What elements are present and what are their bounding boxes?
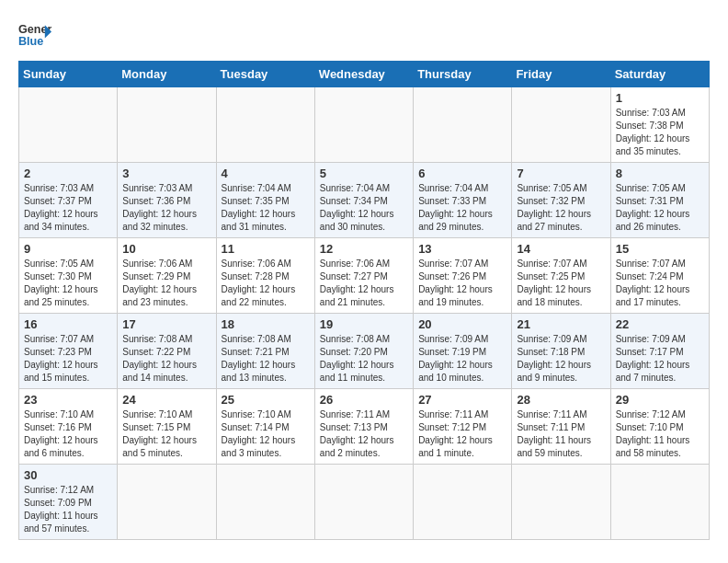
daylight-text: Daylight: 12 hours and 25 minutes. bbox=[24, 284, 98, 307]
day-number: 11 bbox=[222, 242, 310, 256]
calendar-cell bbox=[414, 87, 512, 163]
column-header-tuesday: Tuesday bbox=[216, 62, 314, 87]
sunset-text: Sunset: 7:21 PM bbox=[222, 347, 290, 357]
sunset-text: Sunset: 7:23 PM bbox=[24, 347, 92, 357]
day-number: 29 bbox=[616, 393, 704, 407]
calendar-cell bbox=[118, 465, 216, 540]
calendar-cell bbox=[118, 87, 216, 163]
day-number: 5 bbox=[320, 167, 408, 180]
daylight-text: Daylight: 12 hours and 5 minutes. bbox=[122, 435, 197, 458]
day-info: Sunrise: 7:03 AM Sunset: 7:36 PM Dayligh… bbox=[122, 182, 210, 234]
day-number: 21 bbox=[517, 317, 605, 331]
calendar-cell: 7 Sunrise: 7:05 AM Sunset: 7:32 PM Dayli… bbox=[512, 163, 610, 238]
calendar-cell: 1 Sunrise: 7:03 AM Sunset: 7:38 PM Dayli… bbox=[610, 87, 709, 163]
sunrise-text: Sunrise: 7:07 AM bbox=[616, 259, 686, 269]
calendar-cell: 9 Sunrise: 7:05 AM Sunset: 7:30 PM Dayli… bbox=[19, 238, 118, 314]
daylight-text: Daylight: 12 hours and 34 minutes. bbox=[24, 209, 98, 232]
calendar-week-row: 1 Sunrise: 7:03 AM Sunset: 7:38 PM Dayli… bbox=[19, 87, 710, 163]
day-info: Sunrise: 7:06 AM Sunset: 7:29 PM Dayligh… bbox=[122, 258, 210, 309]
sunrise-text: Sunrise: 7:06 AM bbox=[320, 259, 390, 269]
daylight-text: Daylight: 12 hours and 27 minutes. bbox=[517, 209, 591, 232]
sunrise-text: Sunrise: 7:08 AM bbox=[122, 334, 192, 344]
day-number: 28 bbox=[517, 393, 605, 407]
sunrise-text: Sunrise: 7:12 AM bbox=[24, 485, 94, 495]
sunset-text: Sunset: 7:09 PM bbox=[24, 498, 92, 508]
sunset-text: Sunset: 7:17 PM bbox=[616, 347, 684, 357]
daylight-text: Daylight: 12 hours and 26 minutes. bbox=[616, 209, 690, 232]
day-number: 9 bbox=[24, 242, 112, 256]
day-info: Sunrise: 7:10 AM Sunset: 7:16 PM Dayligh… bbox=[24, 408, 112, 460]
column-header-monday: Monday bbox=[118, 62, 216, 87]
sunset-text: Sunset: 7:24 PM bbox=[616, 271, 684, 282]
logo: General Blue bbox=[18, 18, 51, 52]
sunrise-text: Sunrise: 7:04 AM bbox=[320, 183, 390, 193]
daylight-text: Daylight: 12 hours and 13 minutes. bbox=[222, 360, 296, 383]
day-info: Sunrise: 7:07 AM Sunset: 7:24 PM Dayligh… bbox=[616, 258, 704, 309]
day-info: Sunrise: 7:11 AM Sunset: 7:13 PM Dayligh… bbox=[320, 408, 408, 460]
column-header-saturday: Saturday bbox=[610, 62, 709, 87]
logo-icon: General Blue bbox=[18, 18, 51, 52]
sunset-text: Sunset: 7:29 PM bbox=[122, 271, 190, 282]
calendar-week-row: 16 Sunrise: 7:07 AM Sunset: 7:23 PM Dayl… bbox=[19, 314, 710, 389]
day-info: Sunrise: 7:07 AM Sunset: 7:25 PM Dayligh… bbox=[517, 258, 605, 309]
day-number: 8 bbox=[616, 167, 704, 180]
sunset-text: Sunset: 7:16 PM bbox=[24, 422, 92, 432]
calendar-cell: 20 Sunrise: 7:09 AM Sunset: 7:19 PM Dayl… bbox=[414, 314, 512, 389]
daylight-text: Daylight: 12 hours and 3 minutes. bbox=[222, 435, 296, 458]
column-header-friday: Friday bbox=[512, 62, 610, 87]
sunset-text: Sunset: 7:11 PM bbox=[517, 422, 585, 432]
daylight-text: Daylight: 11 hours and 57 minutes. bbox=[24, 511, 98, 534]
day-info: Sunrise: 7:12 AM Sunset: 7:09 PM Dayligh… bbox=[24, 484, 112, 535]
sunset-text: Sunset: 7:28 PM bbox=[222, 271, 290, 282]
daylight-text: Daylight: 12 hours and 1 minute. bbox=[418, 435, 493, 458]
day-number: 16 bbox=[24, 317, 112, 331]
calendar-cell bbox=[512, 87, 610, 163]
svg-text:Blue: Blue bbox=[18, 35, 43, 48]
day-number: 15 bbox=[616, 242, 704, 256]
calendar-cell bbox=[19, 87, 118, 163]
day-info: Sunrise: 7:05 AM Sunset: 7:30 PM Dayligh… bbox=[24, 258, 112, 309]
sunset-text: Sunset: 7:25 PM bbox=[517, 271, 585, 282]
calendar-cell: 29 Sunrise: 7:12 AM Sunset: 7:10 PM Dayl… bbox=[610, 389, 709, 465]
day-info: Sunrise: 7:11 AM Sunset: 7:12 PM Dayligh… bbox=[418, 408, 506, 460]
daylight-text: Daylight: 12 hours and 15 minutes. bbox=[24, 360, 98, 383]
daylight-text: Daylight: 11 hours and 58 minutes. bbox=[616, 435, 690, 458]
calendar-cell: 26 Sunrise: 7:11 AM Sunset: 7:13 PM Dayl… bbox=[314, 389, 413, 465]
calendar-cell bbox=[414, 465, 512, 540]
daylight-text: Daylight: 12 hours and 22 minutes. bbox=[222, 284, 296, 307]
day-info: Sunrise: 7:07 AM Sunset: 7:23 PM Dayligh… bbox=[24, 333, 112, 385]
day-info: Sunrise: 7:04 AM Sunset: 7:35 PM Dayligh… bbox=[222, 182, 310, 234]
calendar-cell: 10 Sunrise: 7:06 AM Sunset: 7:29 PM Dayl… bbox=[118, 238, 216, 314]
calendar-cell: 6 Sunrise: 7:04 AM Sunset: 7:33 PM Dayli… bbox=[414, 163, 512, 238]
sunset-text: Sunset: 7:20 PM bbox=[320, 347, 388, 357]
sunrise-text: Sunrise: 7:03 AM bbox=[616, 108, 686, 118]
sunrise-text: Sunrise: 7:10 AM bbox=[122, 409, 192, 419]
day-number: 30 bbox=[24, 468, 112, 482]
calendar-cell: 12 Sunrise: 7:06 AM Sunset: 7:27 PM Dayl… bbox=[314, 238, 413, 314]
sunrise-text: Sunrise: 7:09 AM bbox=[517, 334, 586, 344]
day-number: 27 bbox=[418, 393, 506, 407]
day-number: 22 bbox=[616, 317, 704, 331]
day-info: Sunrise: 7:05 AM Sunset: 7:32 PM Dayligh… bbox=[517, 182, 605, 234]
sunrise-text: Sunrise: 7:10 AM bbox=[222, 409, 291, 419]
page-header: General Blue bbox=[18, 18, 710, 52]
daylight-text: Daylight: 12 hours and 32 minutes. bbox=[122, 209, 197, 232]
sunset-text: Sunset: 7:13 PM bbox=[320, 422, 388, 432]
daylight-text: Daylight: 12 hours and 11 minutes. bbox=[320, 360, 394, 383]
sunset-text: Sunset: 7:12 PM bbox=[418, 422, 486, 432]
day-info: Sunrise: 7:12 AM Sunset: 7:10 PM Dayligh… bbox=[616, 408, 704, 460]
day-number: 1 bbox=[616, 91, 704, 105]
sunrise-text: Sunrise: 7:11 AM bbox=[418, 409, 488, 419]
day-number: 25 bbox=[222, 393, 310, 407]
day-info: Sunrise: 7:06 AM Sunset: 7:27 PM Dayligh… bbox=[320, 258, 408, 309]
sunrise-text: Sunrise: 7:10 AM bbox=[24, 409, 94, 419]
day-info: Sunrise: 7:07 AM Sunset: 7:26 PM Dayligh… bbox=[418, 258, 506, 309]
sunrise-text: Sunrise: 7:09 AM bbox=[418, 334, 488, 344]
day-number: 2 bbox=[24, 167, 112, 180]
day-number: 17 bbox=[122, 317, 210, 331]
sunset-text: Sunset: 7:31 PM bbox=[616, 196, 684, 206]
sunset-text: Sunset: 7:35 PM bbox=[222, 196, 290, 206]
day-number: 12 bbox=[320, 242, 408, 256]
sunrise-text: Sunrise: 7:03 AM bbox=[24, 183, 94, 193]
calendar-cell: 14 Sunrise: 7:07 AM Sunset: 7:25 PM Dayl… bbox=[512, 238, 610, 314]
